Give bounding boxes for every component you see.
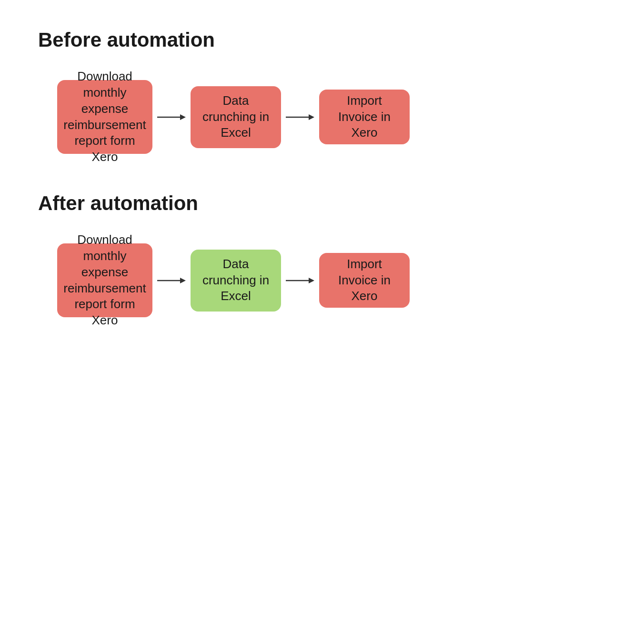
before-arrow-1 <box>157 110 186 124</box>
after-title: After automation <box>38 192 606 215</box>
after-node-download: Download monthly expense reimbursement r… <box>57 243 152 317</box>
before-node-download: Download monthly expense reimbursement r… <box>57 80 152 154</box>
after-arrow-1 <box>157 273 186 288</box>
after-node-import: Import Invoice in Xero <box>319 253 410 308</box>
svg-marker-7 <box>309 278 314 283</box>
before-arrow-2 <box>286 110 314 124</box>
after-arrow-2 <box>286 273 314 288</box>
before-section: Before automation Download monthly expen… <box>38 29 606 154</box>
before-title: Before automation <box>38 29 606 51</box>
after-section: After automation Download monthly expens… <box>38 192 606 317</box>
before-flow: Download monthly expense reimbursement r… <box>57 80 606 154</box>
after-flow: Download monthly expense reimbursement r… <box>57 243 606 317</box>
before-node-import: Import Invoice in Xero <box>319 90 410 144</box>
svg-marker-1 <box>180 114 186 120</box>
svg-marker-5 <box>180 278 186 283</box>
after-node-excel: Data crunching in Excel <box>191 250 281 312</box>
svg-marker-3 <box>309 114 314 120</box>
before-node-excel: Data crunching in Excel <box>191 86 281 148</box>
